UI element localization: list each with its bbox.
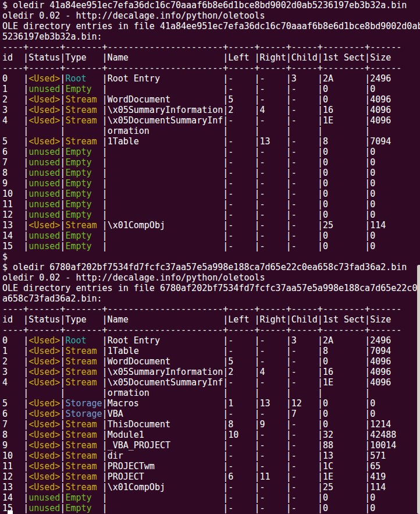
- status-cell: unused: [29, 199, 60, 210]
- type-cell: Empty: [65, 147, 102, 157]
- type-cell: Stream: [65, 346, 102, 356]
- type-cell: Empty: [65, 241, 102, 251]
- name-cell: _VBA_PROJECT: [108, 440, 223, 451]
- type-cell: Stream: [65, 356, 102, 367]
- table-row: 9 |<Used>|Stream |_VBA_PROJECT |- |- |- …: [2, 440, 420, 451]
- name-cell: \x05DocumentSummaryInf: [108, 115, 223, 126]
- shell-prompt-line: $: [2, 251, 420, 262]
- terminal-output: $ oledir 41a84ee951ec7efa36dc16c70aaaf6b…: [2, 0, 420, 513]
- name-cell: PROJECT: [108, 472, 223, 482]
- type-cell: Stream: [65, 419, 102, 430]
- table-header: id |Status|Type |Name |Left |Right|Child…: [2, 52, 420, 63]
- status-cell: unused: [29, 147, 60, 157]
- table-row: 10 |<Used>|Stream |dir |- |- |- |13 |571: [2, 451, 420, 461]
- table-row: 11 |<Used>|Stream |PROJECTwm |- |- |- |1…: [2, 461, 420, 472]
- name-cell: [108, 84, 223, 94]
- status-cell: <Used>: [29, 451, 60, 461]
- type-cell: Stream: [65, 105, 102, 115]
- status-cell: <Used>: [29, 136, 60, 147]
- status-cell: <Used>: [29, 73, 60, 84]
- table-separator: ----+------+-------+--------------------…: [2, 325, 420, 335]
- name-cell: ThisDocument: [108, 419, 223, 430]
- name-cell: [108, 492, 223, 503]
- status-cell: <Used>: [29, 94, 60, 105]
- status-cell: unused: [29, 168, 60, 178]
- table-row: 7 |<Used>|Stream |ThisDocument |8 |9 |- …: [2, 419, 420, 430]
- status-cell: <Used>: [29, 430, 60, 440]
- table-separator: ----+------+-------+--------------------…: [2, 304, 420, 314]
- table-row-continuation: | | |ormation | | | | |: [2, 388, 420, 398]
- status-cell: <Used>: [29, 377, 60, 388]
- table-row: 8 |unused|Empty | |- |- |- |0 |0: [2, 168, 420, 178]
- type-cell: Empty: [65, 210, 102, 220]
- info-line: OLE directory entries in file 41a84ee951…: [2, 21, 420, 31]
- name-cell: \x01CompObj: [108, 220, 223, 231]
- command-line-text: $ oledir 6780af202bf7534fd7fcfc37aa57e5a…: [2, 262, 407, 272]
- name-cell: 1Table: [108, 346, 223, 356]
- info-line: OLE directory entries in file 6780af202b…: [2, 283, 420, 293]
- name-cell: Root Entry: [108, 73, 223, 84]
- table-separator: ----+------+-------+--------------------…: [2, 63, 420, 73]
- command-line: $ oledir 41a84ee951ec7efa36dc16c70aaaf6b…: [2, 0, 420, 10]
- name-cell: [108, 241, 223, 251]
- type-cell: Empty: [65, 492, 102, 503]
- table-row: 8 |<Used>|Stream |Module1 |10 |- |- |32 …: [2, 430, 420, 440]
- scrollbar-thumb[interactable]: [417, 265, 420, 514]
- type-cell: Empty: [65, 231, 102, 241]
- type-cell: Stream: [65, 367, 102, 377]
- type-cell: Stream: [65, 451, 102, 461]
- command-line-text: $ oledir 41a84ee951ec7efa36dc16c70aaaf6b…: [2, 0, 407, 10]
- type-cell: Stream: [65, 440, 102, 451]
- name-cell: [108, 231, 223, 241]
- command-line: $ oledir 6780af202bf7534fd7fcfc37aa57e5a…: [2, 262, 420, 272]
- status-cell: <Used>: [29, 419, 60, 430]
- status-cell: unused: [29, 492, 60, 503]
- table-row-continuation: | | |ormation | | | | |: [2, 126, 420, 136]
- name-cell: [108, 199, 223, 210]
- name-cell: WordDocument: [108, 94, 223, 105]
- type-cell: Empty: [65, 157, 102, 168]
- type-cell: Empty: [65, 168, 102, 178]
- name-cell: Root Entry: [108, 335, 223, 346]
- name-cell: \x01CompObj: [108, 482, 223, 492]
- name-cell-continuation: ormation: [108, 126, 223, 136]
- terminal-window: $ oledir 41a84ee951ec7efa36dc16c70aaaf6b…: [0, 0, 420, 514]
- table-row: 13 |<Used>|Stream |\x01CompObj |- |- |- …: [2, 482, 420, 492]
- table-row: 7 |unused|Empty | |- |- |- |0 |0: [2, 157, 420, 168]
- name-cell: \x05SummaryInformation: [108, 105, 223, 115]
- table-row: 1 |<Used>|Stream |1Table |- |- |- |8 |70…: [2, 346, 420, 356]
- status-cell: <Used>: [29, 398, 60, 409]
- status-cell: unused: [29, 189, 60, 199]
- info-line: 5236197eb3b32a.bin:: [2, 31, 420, 42]
- table-separator: ----+------+-------+--------------------…: [2, 42, 420, 52]
- name-cell: Module1: [108, 430, 223, 440]
- table-row: 15 |unused|Empty | |- |- |- |0 |0: [2, 241, 420, 251]
- status-cell: unused: [29, 241, 60, 251]
- version-line: oledir 0.02 - http://decalage.info/pytho…: [2, 10, 420, 21]
- status-cell: <Used>: [29, 356, 60, 367]
- type-cell: Root: [65, 335, 102, 346]
- name-cell: WordDocument: [108, 356, 223, 367]
- table-row: 6 |unused|Empty | |- |- |- |0 |0: [2, 147, 420, 157]
- name-cell: [108, 189, 223, 199]
- status-cell: unused: [29, 157, 60, 168]
- status-cell: <Used>: [29, 115, 60, 126]
- table-row: 12 |<Used>|Stream |PROJECT |6 |11 |- |1E…: [2, 472, 420, 482]
- type-cell: Stream: [65, 115, 102, 126]
- status-cell: unused: [29, 178, 60, 189]
- table-row: 4 |<Used>|Stream |\x05DocumentSummaryInf…: [2, 377, 420, 388]
- table-row: 2 |<Used>|Stream |WordDocument |5 |- |- …: [2, 94, 420, 105]
- type-cell: Empty: [65, 84, 102, 94]
- table-row: 9 |unused|Empty | |- |- |- |0 |0: [2, 178, 420, 189]
- table-row: 11 |unused|Empty | |- |- |- |0 |0: [2, 199, 420, 210]
- name-cell: \x05SummaryInformation: [108, 367, 223, 377]
- type-cell: Stream: [65, 94, 102, 105]
- status-cell: <Used>: [29, 105, 60, 115]
- table-row: 2 |<Used>|Stream |WordDocument |5 |- |- …: [2, 356, 420, 367]
- table-row: 10 |unused|Empty | |- |- |- |0 |0: [2, 189, 420, 199]
- name-cell: VBA: [108, 409, 223, 419]
- type-cell: Storage: [65, 409, 102, 419]
- table-row: 0 |<Used>|Root |Root Entry |- |- |3 |2A …: [2, 73, 420, 84]
- type-cell: Empty: [65, 199, 102, 210]
- status-cell: <Used>: [29, 482, 60, 492]
